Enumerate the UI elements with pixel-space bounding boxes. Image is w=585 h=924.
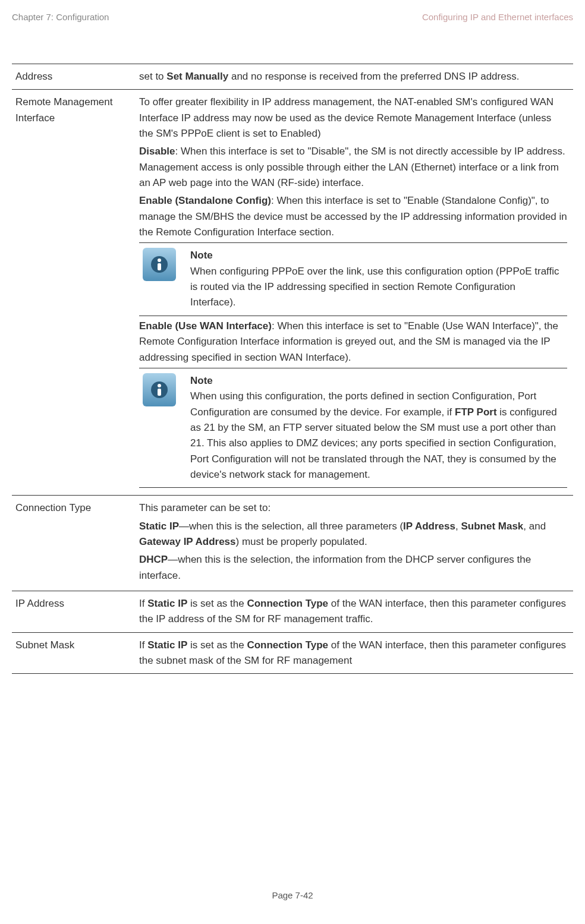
attr-name: Subnet Mask (12, 632, 137, 674)
page-number: Page 7-42 (0, 890, 585, 900)
note-body: When using this configuration, the ports… (190, 389, 564, 483)
info-icon (143, 373, 176, 406)
attr-name: Remote Management Interface (12, 90, 137, 496)
attributes-table: Address set to Set Manually and no respo… (12, 64, 573, 674)
attr-name: IP Address (12, 591, 137, 632)
chapter-label: Chapter 7: Configuration (12, 12, 109, 22)
table-row: Remote Management Interface To offer gre… (12, 90, 573, 496)
info-icon (143, 248, 176, 281)
table-row: Address set to Set Manually and no respo… (12, 64, 573, 90)
section-label: Configuring IP and Ethernet interfaces (422, 12, 573, 22)
attr-name: Address (12, 64, 137, 90)
svg-point-4 (158, 384, 161, 387)
attr-desc: If Static IP is set as the Connection Ty… (137, 632, 573, 674)
note-body: When configuring PPPoE over the link, us… (190, 264, 564, 311)
attr-desc: If Static IP is set as the Connection Ty… (137, 591, 573, 632)
attr-desc: set to Set Manually and no response is r… (137, 64, 573, 90)
note-box: Note When configuring PPPoE over the lin… (139, 242, 567, 316)
attr-desc: This parameter can be set to: Static IP—… (137, 496, 573, 591)
attr-name: Connection Type (12, 496, 137, 591)
note-box: Note When using this configuration, the … (139, 368, 567, 488)
svg-rect-2 (158, 263, 161, 270)
page-header: Chapter 7: Configuration Configuring IP … (0, 12, 585, 40)
svg-point-1 (158, 258, 161, 262)
table-row: IP Address If Static IP is set as the Co… (12, 591, 573, 632)
note-title: Note (190, 373, 564, 389)
content-area: Address set to Set Manually and no respo… (0, 64, 585, 674)
note-title: Note (190, 248, 564, 263)
svg-rect-5 (158, 389, 161, 396)
table-row: Connection Type This parameter can be se… (12, 496, 573, 591)
attr-desc: To offer greater flexibility in IP addre… (137, 90, 573, 496)
table-row: Subnet Mask If Static IP is set as the C… (12, 632, 573, 674)
